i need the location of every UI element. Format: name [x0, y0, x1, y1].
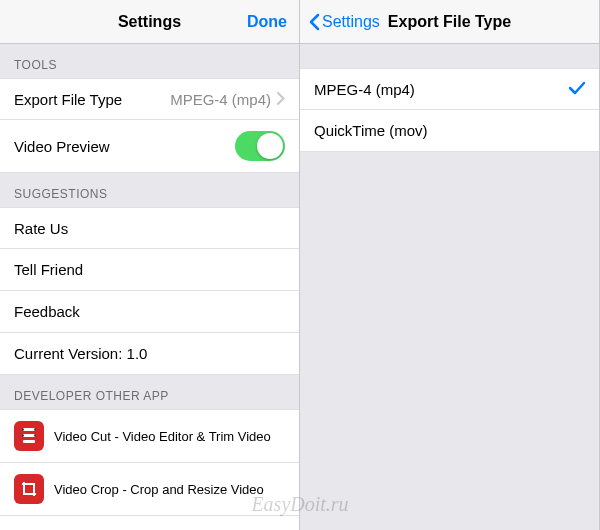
- export-type-panel: Settings Export File Type MPEG-4 (mp4) Q…: [300, 0, 600, 530]
- video-cut-icon: [14, 421, 44, 451]
- settings-title: Settings: [118, 13, 181, 31]
- developer-section-header: DEVELOPER OTHER APP: [0, 375, 299, 409]
- done-button[interactable]: Done: [247, 13, 287, 31]
- export-value: MPEG-4 (mp4): [170, 91, 271, 108]
- export-label: Export File Type: [14, 91, 170, 108]
- checkmark-icon: [569, 81, 585, 98]
- tools-section-header: TOOLS: [0, 44, 299, 78]
- preview-label: Video Preview: [14, 138, 235, 155]
- settings-panel: Settings Done TOOLS Export File Type MPE…: [0, 0, 300, 530]
- video-preview-row: Video Preview: [0, 120, 299, 173]
- svg-point-4: [34, 429, 36, 431]
- back-button[interactable]: Settings: [308, 13, 380, 31]
- chevron-left-icon: [308, 13, 320, 31]
- export-content: MPEG-4 (mp4) QuickTime (mov): [300, 44, 599, 530]
- back-label: Settings: [322, 13, 380, 31]
- settings-navbar: Settings Done: [0, 0, 299, 44]
- rate-us-row[interactable]: Rate Us: [0, 207, 299, 249]
- version-row: Current Version: 1.0: [0, 333, 299, 375]
- chevron-right-icon: [277, 91, 285, 108]
- svg-rect-1: [23, 434, 35, 437]
- svg-rect-2: [23, 440, 35, 443]
- svg-point-3: [22, 429, 24, 431]
- app2-row[interactable]: Video Crop - Crop and Resize Video: [0, 463, 299, 516]
- settings-content: TOOLS Export File Type MPEG-4 (mp4) Vide…: [0, 44, 299, 530]
- app1-row[interactable]: Video Cut - Video Editor & Trim Video: [0, 409, 299, 463]
- svg-rect-0: [23, 428, 35, 431]
- svg-point-6: [34, 435, 36, 437]
- more-apps-row[interactable]: More: [0, 516, 299, 530]
- option-mov-row[interactable]: QuickTime (mov): [300, 110, 599, 152]
- export-navbar: Settings Export File Type: [300, 0, 599, 44]
- export-file-type-row[interactable]: Export File Type MPEG-4 (mp4): [0, 78, 299, 120]
- video-preview-toggle[interactable]: [235, 131, 285, 161]
- option-mp4-row[interactable]: MPEG-4 (mp4): [300, 68, 599, 110]
- svg-point-5: [22, 435, 24, 437]
- export-title: Export File Type: [388, 13, 511, 31]
- tell-friend-row[interactable]: Tell Friend: [0, 249, 299, 291]
- video-crop-icon: [14, 474, 44, 504]
- feedback-row[interactable]: Feedback: [0, 291, 299, 333]
- suggestions-section-header: SUGGESTIONS: [0, 173, 299, 207]
